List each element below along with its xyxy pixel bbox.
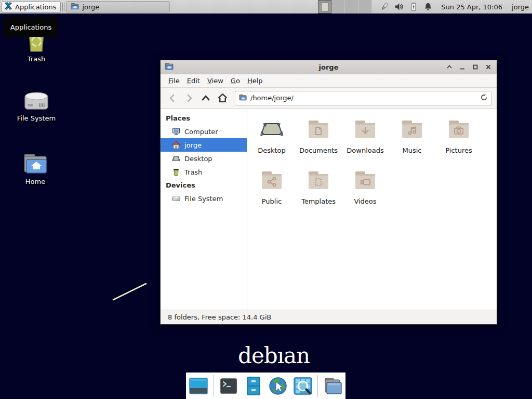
status-bar: 8 folders, Free space: 14.4 GiB xyxy=(161,310,497,324)
window-content: Places Computer xyxy=(161,109,497,310)
status-text: 8 folders, Free space: 14.4 GiB xyxy=(168,313,271,321)
file-item-pictures[interactable]: Pictures xyxy=(435,115,482,166)
terminal-icon xyxy=(219,376,238,396)
sidebar-item-label: Computer xyxy=(184,128,218,136)
location-bar[interactable]: /home/jorge/ xyxy=(235,91,492,105)
file-item-templates[interactable]: Templates xyxy=(295,166,342,217)
file-label: Videos xyxy=(342,197,389,205)
window-folder-icon xyxy=(165,62,174,72)
sidebar-item-jorge[interactable]: jorge xyxy=(161,138,247,152)
sidebar: Places Computer xyxy=(161,109,247,310)
shade-button[interactable] xyxy=(445,63,454,71)
menu-help[interactable]: Help xyxy=(244,75,267,86)
directory-folder-icon xyxy=(323,376,343,396)
sidebar-places-header: Places xyxy=(161,112,247,125)
file-label: Pictures xyxy=(435,147,482,154)
music-folder-icon xyxy=(400,117,424,142)
desktop-icon xyxy=(172,154,180,163)
forward-button[interactable] xyxy=(182,91,196,105)
videos-folder-icon xyxy=(353,168,378,193)
home-icon xyxy=(172,141,180,149)
menu-edit[interactable]: Edit xyxy=(183,75,204,86)
file-item-desktop[interactable]: Desktop xyxy=(248,115,295,166)
dock-separator xyxy=(317,375,318,397)
show-desktop-button[interactable] xyxy=(189,376,209,396)
documents-folder-icon xyxy=(306,117,331,142)
path-text[interactable]: /home/jorge/ xyxy=(250,94,476,102)
desktop-icon-label: Trash xyxy=(10,55,62,63)
tooltip-text: Applications xyxy=(10,23,51,31)
sidebar-item-file-system[interactable]: File System xyxy=(161,192,247,205)
file-label: Templates xyxy=(295,197,342,205)
application-finder-icon xyxy=(293,376,313,396)
file-label: Public xyxy=(248,197,295,205)
file-grid: Desktop Documents xyxy=(247,109,497,310)
menu-view[interactable]: View xyxy=(204,75,227,86)
desktop-screen: Applications jorge xyxy=(0,0,532,399)
hard-drive-icon xyxy=(24,89,49,111)
trash-icon xyxy=(172,168,180,176)
sidebar-item-label: File System xyxy=(184,195,223,203)
sidebar-item-label: jorge xyxy=(184,141,202,149)
home-button[interactable] xyxy=(215,91,230,105)
desktop-icon-label: Home xyxy=(9,178,61,185)
sidebar-devices-header: Devices xyxy=(161,179,247,192)
menu-file[interactable]: File xyxy=(165,75,183,86)
minimize-button[interactable] xyxy=(458,63,467,71)
sidebar-item-computer[interactable]: Computer xyxy=(161,125,247,138)
file-manager-button[interactable] xyxy=(243,376,263,396)
web-browser-globe-icon xyxy=(268,376,288,396)
up-button[interactable] xyxy=(198,91,213,105)
path-folder-icon xyxy=(239,94,247,103)
computer-icon xyxy=(172,127,180,136)
file-label: Downloads xyxy=(342,147,389,154)
desktop-pad-icon xyxy=(259,117,284,142)
hard-drive-icon xyxy=(172,194,180,203)
home-folder-icon xyxy=(23,152,48,175)
sidebar-item-desktop[interactable]: Desktop xyxy=(161,152,247,165)
file-item-videos[interactable]: Videos xyxy=(342,166,389,217)
directory-menu-button[interactable] xyxy=(323,376,343,396)
file-item-public[interactable]: Public xyxy=(248,166,295,217)
menu-bar: File Edit View Go Help xyxy=(161,74,497,88)
reload-icon[interactable] xyxy=(480,94,488,103)
file-item-downloads[interactable]: Downloads xyxy=(342,115,389,166)
desktop-icon-file-system[interactable]: File System xyxy=(10,89,62,122)
templates-folder-icon xyxy=(306,168,331,193)
file-label: Desktop xyxy=(248,147,295,154)
desktop-icon-home[interactable]: Home xyxy=(9,152,61,185)
file-manager-window: jorge File Edit View Go Help xyxy=(160,60,497,325)
sidebar-item-label: Trash xyxy=(184,168,202,176)
file-item-music[interactable]: Music xyxy=(389,115,435,166)
pictures-folder-icon xyxy=(446,117,471,142)
desktop-icon-label: File System xyxy=(10,114,62,122)
toolbar: /home/jorge/ xyxy=(161,88,497,109)
file-cabinet-icon xyxy=(244,376,263,396)
file-label: Music xyxy=(389,147,435,154)
applications-tooltip: Applications xyxy=(4,17,58,37)
back-button[interactable] xyxy=(165,91,180,105)
sidebar-item-trash[interactable]: Trash xyxy=(161,165,247,179)
sidebar-item-label: Desktop xyxy=(184,155,212,163)
web-browser-button[interactable] xyxy=(268,376,288,396)
dock-separator xyxy=(214,375,214,397)
application-finder-button[interactable] xyxy=(293,376,313,396)
bottom-dock xyxy=(186,373,345,399)
maximize-button[interactable] xyxy=(471,63,480,71)
public-folder-icon xyxy=(259,168,284,193)
file-label: Documents xyxy=(295,147,342,154)
show-desktop-icon xyxy=(189,376,208,396)
file-item-documents[interactable]: Documents xyxy=(295,115,342,166)
menu-go[interactable]: Go xyxy=(227,75,244,86)
close-button[interactable] xyxy=(484,63,493,71)
terminal-button[interactable] xyxy=(219,376,239,396)
window-titlebar[interactable]: jorge xyxy=(161,60,497,74)
downloads-folder-icon xyxy=(353,117,378,142)
